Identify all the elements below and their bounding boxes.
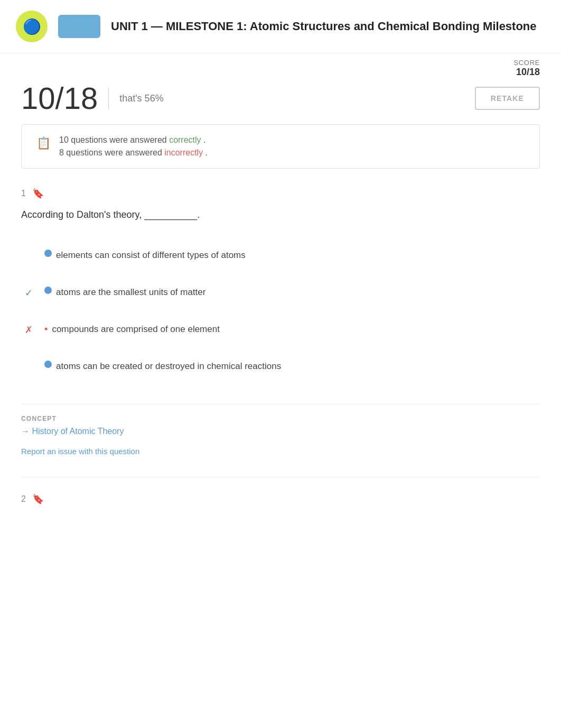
summary-lines: 10 questions were answered correctly . 8… xyxy=(59,135,208,158)
score-area-top: SCORE 10/18 xyxy=(0,53,561,78)
score-value-top: 10/18 xyxy=(514,67,540,78)
bookmark-icon-1[interactable]: 🔖 xyxy=(32,188,44,199)
score-label: SCORE xyxy=(514,59,540,67)
report-link-1[interactable]: Report an issue with this question xyxy=(21,447,540,456)
logo-circle: 🔵 xyxy=(16,11,48,42)
option-1a-dot xyxy=(44,250,52,257)
option-1c-text: compounds are comprised of one element xyxy=(52,321,220,336)
summary-icon: 📋 xyxy=(36,136,51,150)
answer-option-1b: ✓ atoms are the smallest units of matter xyxy=(21,274,540,311)
answer-options-1: elements can consist of different types … xyxy=(21,237,540,385)
big-score-number: 10/18 xyxy=(21,83,98,114)
question-divider xyxy=(21,477,540,477)
option-1d-dot xyxy=(44,361,52,368)
question-number-row-1: 1 🔖 xyxy=(21,188,540,199)
question-number-1: 1 xyxy=(21,189,26,198)
answer-option-1d: atoms can be created or destroyed in che… xyxy=(21,348,540,385)
score-row: 10/18 that's 56% RETAKE xyxy=(21,83,540,114)
check-icon-1b: ✓ xyxy=(21,285,36,300)
summary-line-correct: 10 questions were answered correctly . xyxy=(59,135,208,145)
summary-box: 📋 10 questions were answered correctly .… xyxy=(21,124,540,169)
option-1c-indicator: ✗ xyxy=(21,322,36,337)
answer-option-1a: elements can consist of different types … xyxy=(21,237,540,274)
x-icon-1c: ✗ xyxy=(21,322,36,337)
option-1c-selected-indicator: ▪ xyxy=(44,324,48,335)
bookmark-icon-2[interactable]: 🔖 xyxy=(32,493,44,505)
option-1a-text: elements can consist of different types … xyxy=(56,247,246,262)
big-score: 10/18 that's 56% xyxy=(21,83,164,114)
question-text-1: According to Dalton's theory, __________… xyxy=(21,208,540,222)
question-number-2: 2 xyxy=(21,494,26,504)
option-1a-indicator xyxy=(21,248,36,263)
question-number-row-2: 2 🔖 xyxy=(21,493,540,505)
concept-section-1: CONCEPT → History of Atomic Theory Repor… xyxy=(21,404,540,456)
concept-label-1: CONCEPT xyxy=(21,415,540,422)
score-percent: that's 56% xyxy=(119,93,164,104)
question-block-2: 2 🔖 xyxy=(21,493,540,505)
page-header: 🔵 UNIT 1 — MILESTONE 1: Atomic Structure… xyxy=(0,0,561,53)
logo-rect xyxy=(58,15,100,38)
main-content: 10/18 that's 56% RETAKE 📋 10 questions w… xyxy=(0,78,561,547)
option-1b-text: atoms are the smallest units of matter xyxy=(56,284,205,299)
option-1b-dot xyxy=(44,287,52,294)
score-separator xyxy=(108,88,109,109)
option-1d-indicator xyxy=(21,360,36,374)
answer-option-1c: ✗ ▪ compounds are comprised of one eleme… xyxy=(21,311,540,348)
summary-line-incorrect: 8 questions were answered incorrectly . xyxy=(59,148,208,158)
option-1d-text: atoms can be created or destroyed in che… xyxy=(56,358,281,373)
concept-link-1[interactable]: → History of Atomic Theory xyxy=(21,427,124,436)
retake-button[interactable]: RETAKE xyxy=(475,87,540,110)
question-block-1: 1 🔖 According to Dalton's theory, ______… xyxy=(21,188,540,456)
page-title: UNIT 1 — MILESTONE 1: Atomic Structures … xyxy=(111,19,537,34)
option-1b-indicator: ✓ xyxy=(21,285,36,300)
